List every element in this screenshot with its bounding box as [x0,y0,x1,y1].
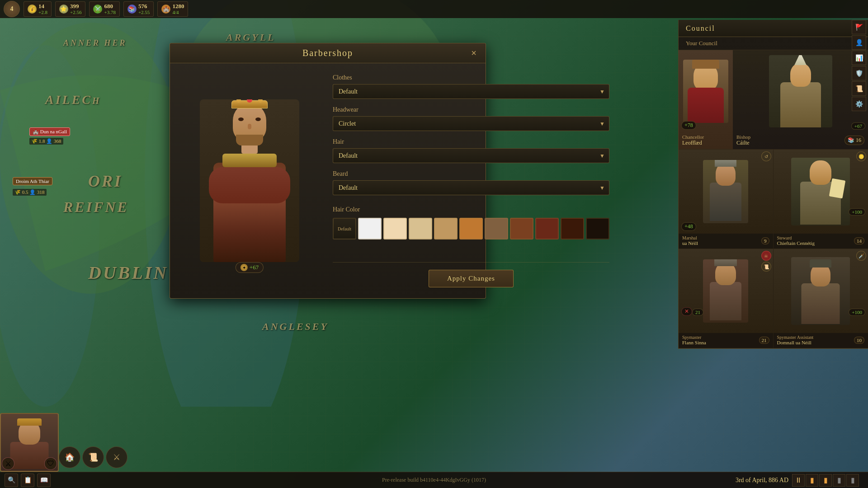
hair-select-wrapper: Default ▼ [333,148,609,163]
era-badge: 4 [4,1,20,17]
marshal-name: ua Néill [682,240,698,246]
player-portrait[interactable]: ⚔ 🛡 [0,413,59,472]
build-info: Pre-release build b4110e4-44KdgIvGGy (10… [382,477,486,483]
char-nose [248,124,251,129]
hair-color-light-blonde[interactable] [409,218,432,239]
barbershop-close-button[interactable]: × [467,47,480,60]
icon-chart[interactable]: 📊 [852,51,866,65]
char-arms [209,167,290,203]
spymaster1-scroll-icon[interactable]: 📜 [761,262,771,272]
levies-delta: 4/4 [172,9,184,15]
hair-color-swatches: Default [333,218,609,239]
spymaster2-scroll-icon[interactable]: 🗡️ [856,251,866,261]
council-header: Council × [679,20,868,37]
prestige-value: +67 [250,264,259,271]
spymaster-member-1: ☠ 📜 ✕ 21 Spymaster Flann Sinna 21 [679,249,774,348]
hair-color-label: Hair Color [333,206,609,213]
military-icon: ⚔️ [93,5,102,14]
hair-color-dark-auburn[interactable] [535,218,559,239]
character-figure [200,99,299,262]
hair-color-ash-brown[interactable] [485,218,508,239]
map-legend-btn[interactable]: 📖 [37,474,51,487]
icon-person[interactable]: 👤 [852,35,866,50]
prestige-icon: ✦ [241,264,248,271]
apply-changes-button[interactable]: Apply Changes [429,270,514,287]
marshal-icons: ↺ [761,151,771,161]
place-droim-ath-thiar[interactable]: Droim Ath Thiar [13,177,52,185]
headwear-label: Headwear [333,106,609,113]
icon-flag[interactable]: 🚩 [852,20,866,34]
barbershop-title: Barbershop [302,48,353,58]
icon-shield[interactable]: 🛡️ [852,66,866,80]
hair-color-brown[interactable] [510,218,533,239]
beard-label: Beard [333,170,609,178]
council-title: Council [686,24,715,33]
bishop-portrait-area: 📖 +67 Bishop Cáilte 📚 16 [733,50,868,149]
action-btn-1[interactable]: 🏠 [59,446,80,468]
steward-portrait: 🪙 +100 [774,150,868,234]
spymaster2-portrait: 🗡️ +100 [774,249,868,333]
icon-gear[interactable]: ⚙️ [852,97,866,111]
steward-skill-value: 14 [857,238,862,244]
speed-4[interactable]: ▮ [846,474,859,487]
right-icon-strip: 🚩 👤 📊 🛡️ 📜 ⚙️ [852,20,868,111]
military-value: 680 [104,3,115,10]
marshal-info: Marshal ua Néill 9 [679,234,773,249]
spymaster1-skull-icon[interactable]: ☠ [761,251,771,261]
marshal-badge: +48 [681,222,696,231]
headwear-select[interactable]: Circlet None Crown [333,116,609,131]
pause-btn[interactable]: ⏸ [792,474,805,487]
action-btn-2[interactable]: 📜 [82,446,104,468]
steward-info: Steward Chieftain Cennétig 14 [774,234,868,249]
your-council-label: Your Council [679,37,868,50]
options-panel: Clothes Default ▼ Headwear Circlet None … [333,70,609,291]
clothes-select[interactable]: Default [333,84,609,99]
military-delta: +3.78 [104,9,115,15]
map-filter-btn[interactable]: 📋 [21,474,34,487]
player-sword-icon[interactable]: ⚔ [2,457,14,470]
steward-role: Steward [777,235,815,240]
spymaster2-role: Spymaster Assistant [777,335,814,340]
steward-icons: 🪙 [856,151,866,161]
place-dun-na-ngall[interactable]: 🏰 Dun na nGall [29,127,70,136]
hair-color-dark-brown[interactable] [561,218,584,239]
icon-scroll[interactable]: 📜 [852,81,866,96]
speed-3[interactable]: ▮ [833,474,845,487]
beard-select[interactable]: Default [333,180,609,195]
hair-select[interactable]: Default [333,148,609,163]
council-member-row-1: +78 Chancellor Leofflæd [679,50,868,150]
learning-icon: 📚 [127,5,137,14]
steward-badge: +100 [849,208,865,216]
hair-color-default[interactable]: Default [333,218,356,239]
marshal-portrait: ↺ +48 [679,150,773,234]
char-beard [236,135,263,145]
hair-color-white[interactable] [358,218,382,239]
spymaster-member-2: 🗡️ +100 Spymaster Assistant Domnall ua N… [774,249,868,348]
hair-color-cream[interactable] [383,218,407,239]
spymaster2-name: Domnall ua Néill [777,340,814,345]
char-left-eye [238,117,244,121]
bishop-name: Cáilte [736,140,750,146]
char-circlet [231,100,268,108]
hair-color-black[interactable] [586,218,609,239]
speed-2[interactable]: ▮ [819,474,832,487]
spymaster1-info: Spymaster Flann Sinna 21 [679,333,773,348]
chancellor-portrait-area: +78 Chancellor Leofflæd [679,50,733,149]
map-search-btn[interactable]: 🔍 [5,474,18,487]
barbershop-body: ✦ +67 Clothes Default ▼ Headwear [170,63,486,298]
clothes-label: Clothes [333,74,609,81]
player-shield-icon[interactable]: 🛡 [44,457,57,470]
hair-group: Hair Default ▼ [333,138,609,163]
bottom-bar: 🔍 📋 📖 Pre-release build b4110e4-44KdgIvG… [0,472,868,488]
hair-color-auburn[interactable] [459,218,483,239]
speed-1[interactable]: ▮ [806,474,818,487]
prestige-delta: +2.56 [70,9,81,15]
clothes-group: Clothes Default ▼ [333,74,609,99]
marshal-replace-icon[interactable]: ↺ [761,151,771,161]
action-btn-3[interactable]: ⚔ [106,446,127,468]
headwear-select-wrapper: Circlet None Crown ▼ [333,116,609,131]
steward-coin-icon[interactable]: 🪙 [856,151,866,161]
steward-member: 🪙 +100 Steward Chieftain Cennétig 14 [774,150,868,249]
gold-value: 14 [38,3,47,10]
hair-color-tan[interactable] [434,218,458,239]
